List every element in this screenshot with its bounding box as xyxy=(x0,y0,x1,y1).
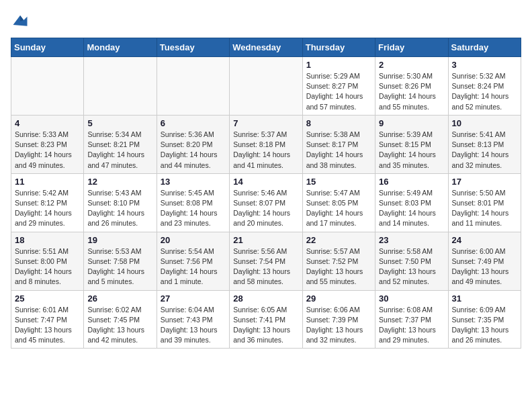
day-info: Sunrise: 5:47 AM Sunset: 8:05 PM Dayligh… xyxy=(306,188,371,229)
calendar-cell: 23Sunrise: 5:58 AM Sunset: 7:50 PM Dayli… xyxy=(375,232,448,290)
calendar-cell xyxy=(230,57,302,116)
day-number: 27 xyxy=(161,293,226,304)
calendar-cell: 5Sunrise: 5:34 AM Sunset: 8:21 PM Daylig… xyxy=(84,115,157,173)
day-info: Sunrise: 6:00 AM Sunset: 7:49 PM Dayligh… xyxy=(452,246,517,287)
calendar-cell: 9Sunrise: 5:39 AM Sunset: 8:15 PM Daylig… xyxy=(375,115,448,173)
day-info: Sunrise: 6:04 AM Sunset: 7:43 PM Dayligh… xyxy=(161,305,226,346)
weekday-header: Tuesday xyxy=(157,38,229,57)
calendar-cell: 1Sunrise: 5:29 AM Sunset: 8:27 PM Daylig… xyxy=(302,57,375,116)
day-number: 3 xyxy=(452,60,517,70)
day-number: 15 xyxy=(306,177,371,187)
day-number: 21 xyxy=(233,235,298,245)
day-info: Sunrise: 5:49 AM Sunset: 8:03 PM Dayligh… xyxy=(379,188,444,229)
day-number: 19 xyxy=(87,235,152,245)
calendar-cell: 18Sunrise: 5:51 AM Sunset: 8:00 PM Dayli… xyxy=(11,232,84,290)
day-number: 10 xyxy=(452,118,517,128)
day-number: 26 xyxy=(87,293,152,304)
day-info: Sunrise: 5:53 AM Sunset: 7:58 PM Dayligh… xyxy=(87,246,152,287)
calendar-cell: 3Sunrise: 5:32 AM Sunset: 8:24 PM Daylig… xyxy=(448,57,521,116)
calendar-cell: 28Sunrise: 6:05 AM Sunset: 7:41 PM Dayli… xyxy=(230,290,302,349)
day-info: Sunrise: 5:36 AM Sunset: 8:20 PM Dayligh… xyxy=(161,130,226,171)
calendar-cell xyxy=(11,57,84,116)
day-info: Sunrise: 5:41 AM Sunset: 8:13 PM Dayligh… xyxy=(452,130,517,171)
day-number: 5 xyxy=(87,118,152,128)
day-info: Sunrise: 5:43 AM Sunset: 8:10 PM Dayligh… xyxy=(87,188,152,229)
calendar-cell: 7Sunrise: 5:37 AM Sunset: 8:18 PM Daylig… xyxy=(230,115,302,173)
day-number: 23 xyxy=(379,235,444,245)
calendar-cell: 4Sunrise: 5:33 AM Sunset: 8:23 PM Daylig… xyxy=(11,115,84,173)
calendar-cell: 21Sunrise: 5:56 AM Sunset: 7:54 PM Dayli… xyxy=(230,232,302,290)
day-number: 31 xyxy=(452,293,517,304)
calendar-cell: 13Sunrise: 5:45 AM Sunset: 8:08 PM Dayli… xyxy=(157,173,229,232)
calendar-cell: 26Sunrise: 6:02 AM Sunset: 7:45 PM Dayli… xyxy=(84,290,157,349)
logo-icon xyxy=(11,11,30,30)
calendar-header-row: SundayMondayTuesdayWednesdayThursdayFrid… xyxy=(11,38,521,57)
day-info: Sunrise: 5:33 AM Sunset: 8:23 PM Dayligh… xyxy=(15,130,80,171)
day-info: Sunrise: 5:46 AM Sunset: 8:07 PM Dayligh… xyxy=(233,188,298,229)
calendar-cell: 2Sunrise: 5:30 AM Sunset: 8:26 PM Daylig… xyxy=(375,57,448,116)
calendar-cell: 10Sunrise: 5:41 AM Sunset: 8:13 PM Dayli… xyxy=(448,115,521,173)
day-info: Sunrise: 5:54 AM Sunset: 7:56 PM Dayligh… xyxy=(161,246,226,287)
day-info: Sunrise: 5:32 AM Sunset: 8:24 PM Dayligh… xyxy=(452,71,517,112)
day-number: 20 xyxy=(161,235,226,245)
day-number: 8 xyxy=(306,118,371,128)
day-info: Sunrise: 6:05 AM Sunset: 7:41 PM Dayligh… xyxy=(233,305,298,346)
day-number: 7 xyxy=(233,118,298,128)
day-number: 18 xyxy=(15,235,80,245)
day-number: 25 xyxy=(15,293,80,304)
day-info: Sunrise: 5:45 AM Sunset: 8:08 PM Dayligh… xyxy=(161,188,226,229)
day-number: 12 xyxy=(87,177,152,187)
calendar-week-row: 1Sunrise: 5:29 AM Sunset: 8:27 PM Daylig… xyxy=(11,57,521,116)
day-info: Sunrise: 5:37 AM Sunset: 8:18 PM Dayligh… xyxy=(233,130,298,171)
day-number: 28 xyxy=(233,293,298,304)
day-number: 4 xyxy=(15,118,80,128)
calendar-cell: 20Sunrise: 5:54 AM Sunset: 7:56 PM Dayli… xyxy=(157,232,229,290)
calendar-cell: 14Sunrise: 5:46 AM Sunset: 8:07 PM Dayli… xyxy=(230,173,302,232)
calendar-cell: 31Sunrise: 6:09 AM Sunset: 7:35 PM Dayli… xyxy=(448,290,521,349)
calendar-cell: 24Sunrise: 6:00 AM Sunset: 7:49 PM Dayli… xyxy=(448,232,521,290)
weekday-header: Saturday xyxy=(448,38,521,57)
calendar-cell: 8Sunrise: 5:38 AM Sunset: 8:17 PM Daylig… xyxy=(302,115,375,173)
weekday-header: Wednesday xyxy=(230,38,302,57)
day-number: 14 xyxy=(233,177,298,187)
calendar-cell: 25Sunrise: 6:01 AM Sunset: 7:47 PM Dayli… xyxy=(11,290,84,349)
day-info: Sunrise: 6:01 AM Sunset: 7:47 PM Dayligh… xyxy=(15,305,80,346)
day-number: 22 xyxy=(306,235,371,245)
calendar-week-row: 11Sunrise: 5:42 AM Sunset: 8:12 PM Dayli… xyxy=(11,173,521,232)
calendar-cell xyxy=(84,57,157,116)
calendar-cell: 17Sunrise: 5:50 AM Sunset: 8:01 PM Dayli… xyxy=(448,173,521,232)
weekday-header: Friday xyxy=(375,38,448,57)
day-info: Sunrise: 5:29 AM Sunset: 8:27 PM Dayligh… xyxy=(306,71,371,112)
day-number: 13 xyxy=(161,177,226,187)
weekday-header: Sunday xyxy=(11,38,84,57)
day-info: Sunrise: 5:42 AM Sunset: 8:12 PM Dayligh… xyxy=(15,188,80,229)
logo xyxy=(11,11,32,30)
calendar-cell: 30Sunrise: 6:08 AM Sunset: 7:37 PM Dayli… xyxy=(375,290,448,349)
day-number: 29 xyxy=(306,293,371,304)
calendar-cell: 29Sunrise: 6:06 AM Sunset: 7:39 PM Dayli… xyxy=(302,290,375,349)
day-number: 17 xyxy=(452,177,517,187)
day-number: 9 xyxy=(379,118,444,128)
page-header xyxy=(11,11,521,30)
day-number: 1 xyxy=(306,60,371,70)
day-info: Sunrise: 6:09 AM Sunset: 7:35 PM Dayligh… xyxy=(452,305,517,346)
day-info: Sunrise: 5:34 AM Sunset: 8:21 PM Dayligh… xyxy=(87,130,152,171)
calendar-week-row: 4Sunrise: 5:33 AM Sunset: 8:23 PM Daylig… xyxy=(11,115,521,173)
day-number: 16 xyxy=(379,177,444,187)
weekday-header: Thursday xyxy=(302,38,375,57)
day-info: Sunrise: 5:30 AM Sunset: 8:26 PM Dayligh… xyxy=(379,71,444,112)
day-number: 24 xyxy=(452,235,517,245)
day-info: Sunrise: 5:50 AM Sunset: 8:01 PM Dayligh… xyxy=(452,188,517,229)
day-info: Sunrise: 5:56 AM Sunset: 7:54 PM Dayligh… xyxy=(233,246,298,287)
calendar-week-row: 25Sunrise: 6:01 AM Sunset: 7:47 PM Dayli… xyxy=(11,290,521,349)
day-number: 30 xyxy=(379,293,444,304)
calendar-cell: 12Sunrise: 5:43 AM Sunset: 8:10 PM Dayli… xyxy=(84,173,157,232)
day-info: Sunrise: 5:51 AM Sunset: 8:00 PM Dayligh… xyxy=(15,246,80,287)
day-number: 11 xyxy=(15,177,80,187)
day-info: Sunrise: 5:38 AM Sunset: 8:17 PM Dayligh… xyxy=(306,130,371,171)
calendar-cell: 19Sunrise: 5:53 AM Sunset: 7:58 PM Dayli… xyxy=(84,232,157,290)
calendar-table: SundayMondayTuesdayWednesdayThursdayFrid… xyxy=(11,38,521,349)
day-info: Sunrise: 6:06 AM Sunset: 7:39 PM Dayligh… xyxy=(306,305,371,346)
day-info: Sunrise: 6:08 AM Sunset: 7:37 PM Dayligh… xyxy=(379,305,444,346)
calendar-cell xyxy=(157,57,229,116)
